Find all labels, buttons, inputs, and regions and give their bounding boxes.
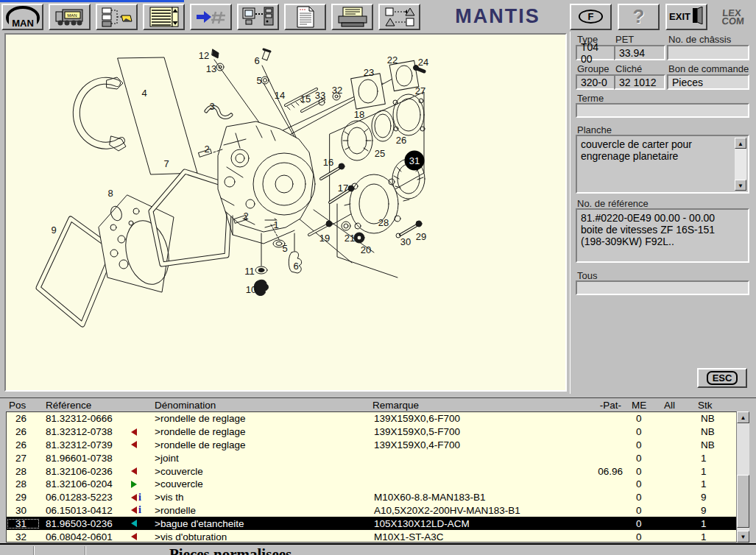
part-callout: 3 <box>209 101 214 112</box>
pos-cell: 32 <box>7 531 40 542</box>
table-row[interactable]: 3006.15013-0412i>rondelleA10,5X20X2-200H… <box>7 504 736 517</box>
pet-label: PET <box>615 34 634 45</box>
terme-label: Terme <box>577 93 604 104</box>
tous-field[interactable] <box>576 280 749 295</box>
remarque-cell: 139X159X0,6-F700 <box>367 413 589 424</box>
denomination-cell: >couvercle <box>149 466 367 477</box>
me-cell: 0 <box>626 492 658 503</box>
table-row[interactable]: 2906.01283-5223i>vis thM10X60-8.8-MAN183… <box>7 491 736 504</box>
print-icon <box>337 7 368 27</box>
table-row[interactable]: 2881.32106-0236>couvercle06.9601 <box>7 464 736 478</box>
table-row[interactable]: 2681.32312-0666>rondelle de reglage139X1… <box>7 412 736 425</box>
computer-link-button[interactable] <box>237 4 279 30</box>
transform-button[interactable] <box>378 4 420 30</box>
type-field[interactable]: T04 00 <box>576 45 615 60</box>
marker-cell <box>128 481 149 488</box>
part-callout: 4 <box>141 88 146 99</box>
denomination-cell: >couvercle <box>149 478 367 489</box>
chassis-label: No. de châssis <box>668 34 731 45</box>
toolbar: MAN MAN <box>1 3 755 30</box>
part-callout: 26 <box>396 135 406 146</box>
pos-cell: 27 <box>7 453 40 464</box>
exit-button-label: EXIT <box>669 11 690 22</box>
help-button[interactable]: ? <box>618 4 660 30</box>
info-icon: i <box>138 494 141 501</box>
remarque-cell: 139X159X0,4-F700 <box>367 439 589 450</box>
help-button-label: ? <box>633 5 645 28</box>
print-button[interactable] <box>331 4 373 30</box>
vehicle-select-button[interactable]: MAN <box>49 4 91 30</box>
statusbar-divider <box>33 546 35 555</box>
bon-label: Bon de commande <box>668 63 749 74</box>
table-row[interactable]: 2681.32312-0738>rondelle de reglage139X1… <box>7 425 736 439</box>
parts-table: 2681.32312-0666>rondelle de reglage139X1… <box>6 411 737 542</box>
red-left-arrow-icon <box>131 533 137 540</box>
reference-label: No. de référence <box>577 198 649 209</box>
group-tree-button[interactable] <box>96 4 138 30</box>
terme-field[interactable] <box>576 103 749 118</box>
stk-cell: NB <box>692 426 727 437</box>
app-title: MANTIS <box>425 5 570 28</box>
pos-cell: 26 <box>7 426 40 437</box>
green-right-arrow-icon <box>131 481 137 488</box>
scroll-up-icon[interactable]: ▲ <box>737 411 749 423</box>
me-cell: 0 <box>626 426 658 437</box>
lexcom-logo: LEX COM <box>721 9 755 25</box>
cliche-field[interactable]: 32 1012 <box>614 74 665 90</box>
marker-cell: i <box>128 494 149 501</box>
part-callout: 16 <box>323 157 333 168</box>
goto-number-icon <box>195 9 227 25</box>
reference-field[interactable]: 81.#0220-0E49 00.00 - 00.00 boite de vit… <box>576 208 749 263</box>
table-scrollbar[interactable]: ▲ ▼ <box>737 411 749 542</box>
table-row[interactable]: 2881.32106-0204>couvercle01 <box>7 478 736 491</box>
scrollbar-thumb[interactable] <box>737 475 749 528</box>
planche-scrollbar[interactable]: ▲ ▼ <box>735 138 746 191</box>
table-row[interactable]: 2681.32312-0739>rondelle de reglage139X1… <box>7 439 736 452</box>
planche-label: Planche <box>577 124 612 135</box>
part-callout: 32 <box>332 85 342 96</box>
pet-field[interactable]: 33.94 <box>614 45 665 60</box>
status-label: Pieces normalisees <box>169 545 292 555</box>
document-icon <box>296 6 315 28</box>
part-callout: 6 <box>293 261 298 272</box>
door-icon <box>692 7 704 26</box>
pos-cell: 30 <box>7 505 40 516</box>
bon-field[interactable]: Pieces <box>667 74 749 90</box>
goto-number-button[interactable] <box>190 4 232 30</box>
table-row[interactable]: 3206.08042-0601>vis d'obturationM10X1-ST… <box>7 530 736 542</box>
pos-cell: 31 <box>7 518 40 529</box>
scroll-down-icon[interactable]: ▼ <box>737 531 749 542</box>
pos-cell: 29 <box>7 492 40 503</box>
part-callout: 2 <box>243 211 248 222</box>
pos-cell: 28 <box>7 478 40 489</box>
man-logo: MAN <box>6 6 40 28</box>
part-callout: 5 <box>282 243 287 254</box>
red-left-arrow-icon <box>131 467 137 475</box>
groupe-field[interactable]: 320-0 <box>576 74 615 90</box>
stk-cell: 1 <box>692 466 727 477</box>
scroll-down-icon[interactable]: ▼ <box>735 180 746 191</box>
cyan-left-arrow-icon <box>131 520 137 527</box>
planche-field[interactable]: couvercle de carter pour engrenage plane… <box>576 135 749 194</box>
me-cell: 0 <box>626 453 658 464</box>
document-button[interactable] <box>284 4 326 30</box>
table-row[interactable]: 3181.96503-0236>bague d'etancheite105X13… <box>7 517 736 530</box>
groupe-label: Groupe <box>577 63 609 74</box>
esc-button[interactable]: ESC <box>697 368 747 388</box>
table-row[interactable]: 2781.96601-0738>joint01 <box>7 451 736 464</box>
info-icon: i <box>138 506 141 514</box>
red-left-arrow-icon <box>131 494 137 501</box>
selected-part-badge[interactable]: 31 <box>405 151 425 171</box>
header-all: All <box>658 400 692 411</box>
parts-list-button[interactable] <box>143 4 185 30</box>
pos-cell: 26 <box>7 439 40 450</box>
exit-button[interactable]: EXIT <box>665 4 707 30</box>
function-button[interactable]: F <box>570 4 612 30</box>
marker-cell: i <box>128 506 149 514</box>
man-logo-button[interactable]: MAN <box>1 4 43 30</box>
chassis-field[interactable] <box>667 45 749 60</box>
stk-cell: NB <box>692 413 727 424</box>
part-callout: 8 <box>107 188 113 199</box>
me-cell: 0 <box>626 531 658 542</box>
scroll-up-icon[interactable]: ▲ <box>735 138 746 149</box>
